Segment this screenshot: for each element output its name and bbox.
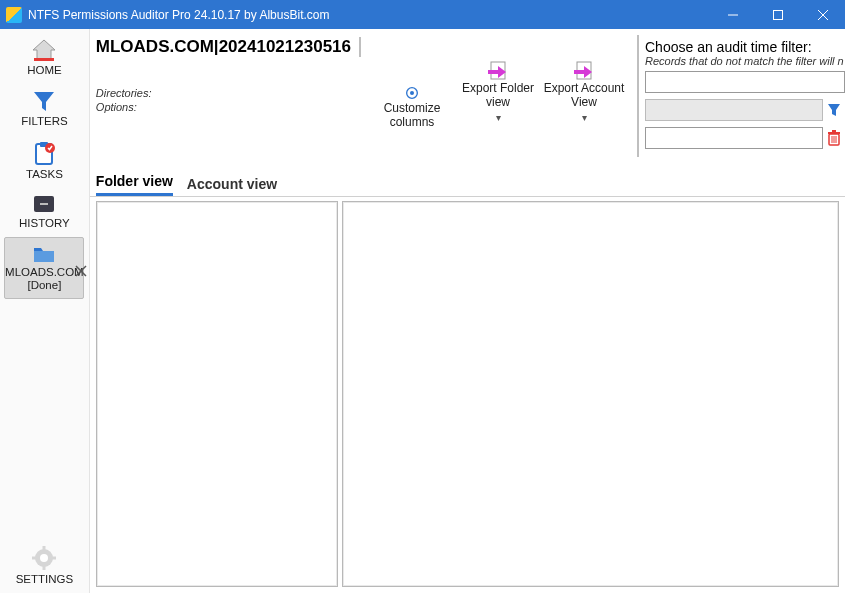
sidebar-label: SETTINGS bbox=[16, 573, 74, 586]
filter-subtitle: Records that do not match the filter wil… bbox=[645, 55, 845, 67]
sidebar-item-settings[interactable]: SETTINGS bbox=[4, 540, 84, 593]
export-folder-view-button[interactable]: Export Folder view ▾ bbox=[455, 59, 541, 125]
tab-account-view[interactable]: Account view bbox=[187, 176, 277, 196]
svg-marker-27 bbox=[828, 104, 840, 116]
svg-marker-4 bbox=[33, 40, 55, 60]
filter-delete-button[interactable] bbox=[823, 127, 845, 149]
app-icon bbox=[6, 7, 22, 23]
filter-panel: Choose an audit time filter: Records tha… bbox=[639, 35, 845, 159]
close-button[interactable] bbox=[800, 0, 845, 29]
folder-icon bbox=[31, 242, 57, 264]
sidebar-item-tasks[interactable]: TASKS bbox=[4, 135, 84, 188]
customize-columns-button[interactable]: Customize columns bbox=[369, 85, 455, 129]
options-label: Options: bbox=[96, 101, 361, 113]
toolbar-label: Export Account View bbox=[541, 81, 627, 109]
svg-rect-12 bbox=[34, 251, 54, 262]
filter-input-1[interactable] bbox=[645, 71, 845, 93]
sidebar-label: FILTERS bbox=[21, 115, 67, 128]
svg-marker-6 bbox=[34, 92, 54, 111]
trash-icon bbox=[827, 130, 841, 146]
export-account-view-button[interactable]: Export Account View ▾ bbox=[541, 59, 627, 125]
sidebar: HOME FILTERS TASKS HISTORY MLOADS.COM [D… bbox=[0, 29, 90, 593]
filter-apply-button[interactable] bbox=[823, 99, 845, 121]
sidebar-label: MLOADS.COM [Done] bbox=[5, 266, 84, 292]
funnel-icon bbox=[827, 103, 841, 117]
filter-input-3[interactable] bbox=[645, 127, 823, 149]
minimize-button[interactable] bbox=[710, 0, 755, 29]
maximize-icon bbox=[773, 10, 783, 20]
filter-input-2[interactable] bbox=[645, 99, 823, 121]
titlebar: NTFS Permissions Auditor Pro 24.10.17 by… bbox=[0, 0, 845, 29]
chevron-down-icon: ▾ bbox=[582, 111, 587, 125]
window-title: NTFS Permissions Auditor Pro 24.10.17 by… bbox=[28, 8, 710, 22]
export-icon bbox=[486, 59, 510, 81]
header-row: MLOADS.COM|20241021230516 Directories: O… bbox=[90, 29, 845, 163]
svg-rect-29 bbox=[828, 132, 840, 134]
clipboard-icon bbox=[31, 140, 57, 166]
svg-rect-1 bbox=[773, 10, 782, 19]
close-icon bbox=[818, 10, 828, 20]
home-icon bbox=[31, 38, 57, 62]
funnel-icon bbox=[31, 89, 57, 113]
minimize-icon bbox=[728, 10, 738, 20]
svg-rect-19 bbox=[32, 557, 37, 560]
gear-icon bbox=[31, 545, 57, 571]
scan-title: MLOADS.COM|20241021230516 bbox=[96, 37, 361, 57]
toolbar-label: Export Folder view bbox=[455, 81, 541, 109]
maximize-button[interactable] bbox=[755, 0, 800, 29]
drawer-icon bbox=[31, 193, 57, 215]
svg-rect-20 bbox=[51, 557, 56, 560]
view-tabs: Folder view Account view bbox=[90, 173, 845, 197]
export-icon bbox=[572, 59, 596, 81]
sidebar-label: HOME bbox=[27, 64, 62, 77]
filter-title: Choose an audit time filter: bbox=[645, 39, 845, 55]
sidebar-label: HISTORY bbox=[19, 217, 70, 230]
svg-point-22 bbox=[410, 91, 414, 95]
scan-meta: Directories: Options: bbox=[96, 87, 361, 113]
x-icon bbox=[75, 265, 87, 277]
sidebar-item-history[interactable]: HISTORY bbox=[4, 188, 84, 237]
chevron-down-icon: ▾ bbox=[496, 111, 501, 125]
folder-tree-panel[interactable] bbox=[96, 201, 338, 587]
svg-rect-17 bbox=[43, 546, 46, 551]
toolbar-label: Customize columns bbox=[369, 101, 455, 129]
header-left: MLOADS.COM|20241021230516 Directories: O… bbox=[96, 35, 361, 115]
close-tab-button[interactable] bbox=[75, 265, 87, 277]
sidebar-label: TASKS bbox=[26, 168, 63, 181]
svg-rect-18 bbox=[43, 565, 46, 570]
content-area bbox=[90, 197, 845, 593]
gear-icon bbox=[404, 85, 420, 101]
directories-label: Directories: bbox=[96, 87, 361, 99]
toolbar: Customize columns Export Folder view ▾ E… bbox=[369, 35, 639, 157]
tab-folder-view[interactable]: Folder view bbox=[96, 173, 173, 196]
svg-rect-30 bbox=[832, 130, 836, 132]
details-panel[interactable] bbox=[342, 201, 839, 587]
sidebar-item-home[interactable]: HOME bbox=[4, 33, 84, 84]
svg-point-16 bbox=[40, 554, 48, 562]
main-area: MLOADS.COM|20241021230516 Directories: O… bbox=[90, 29, 845, 593]
sidebar-item-filters[interactable]: FILTERS bbox=[4, 84, 84, 135]
sidebar-item-scan[interactable]: MLOADS.COM [Done] bbox=[4, 237, 84, 299]
svg-rect-11 bbox=[40, 203, 48, 205]
svg-rect-5 bbox=[34, 58, 54, 61]
